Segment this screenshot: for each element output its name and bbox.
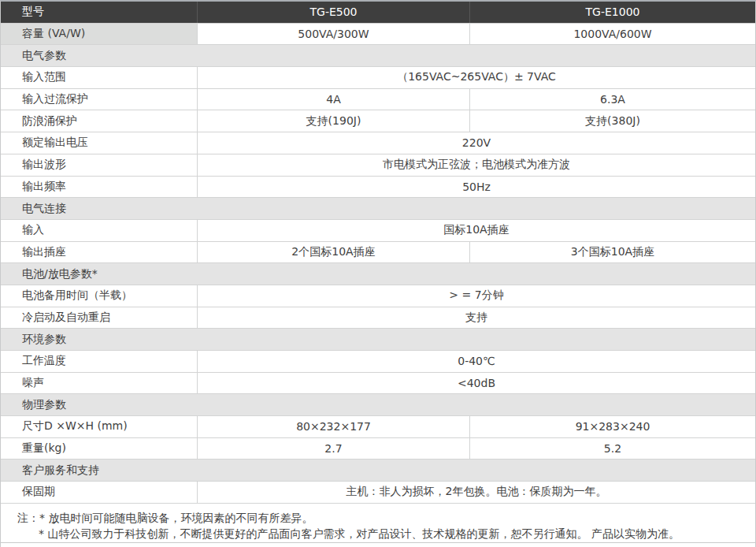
section-title: 电池/放电参数* <box>1 263 755 285</box>
footnotes: 注：* 放电时间可能随电脑设备，环境因素的不同有所差异。 * 山特公司致力于科技… <box>1 504 755 543</box>
row-section-battery-discharge: 电池/放电参数* <box>1 263 755 285</box>
row-input: 输入 国标10A插座 <box>1 220 755 242</box>
row-label: 输出波形 <box>1 154 198 176</box>
row-output-waveform: 输出波形 市电模式为正弦波；电池模式为准方波 <box>1 154 755 177</box>
row-label: 保固期 <box>1 482 198 503</box>
cell-value: 4A <box>198 89 470 110</box>
row-label: 输入范围 <box>1 67 198 88</box>
table-header-row: 型号 TG-E500 TG-E1000 <box>1 2 755 24</box>
section-title: 物理参数 <box>1 394 755 415</box>
footnote-line-2: * 山特公司致力于科技创新，不断提供更好的产品面向客户需求，对产品设计、技术规格… <box>39 526 739 541</box>
cell-value: 91×283×240 <box>470 416 755 437</box>
row-noise: 噪声 <40dB <box>1 373 755 395</box>
row-label: 输入过流保护 <box>1 89 198 110</box>
row-cold-start-auto-restart: 冷启动及自动重启 支持 <box>1 307 755 329</box>
row-dimensions: 尺寸D ×W×H (mm) 80×232×177 91×283×240 <box>1 416 755 438</box>
cell-value: 50Hz <box>198 177 755 198</box>
section-title: 电气连接 <box>1 198 755 219</box>
cell-value: 支持(380J) <box>470 110 755 132</box>
row-label: 尺寸D ×W×H (mm) <box>1 416 198 437</box>
column-header-tg-e500: TG-E500 <box>198 2 470 23</box>
cell-value: 1000VA/600W <box>470 24 755 45</box>
row-section-customer-service: 客户服务和支持 <box>1 460 755 482</box>
cell-value: 80×232×177 <box>198 416 470 437</box>
row-label: 冷启动及自动重启 <box>1 307 198 329</box>
row-label: 防浪涌保护 <box>1 110 198 132</box>
row-capacity: 容量 (VA/W) 500VA/300W 1000VA/600W <box>1 24 755 46</box>
row-label: 工作温度 <box>1 351 198 372</box>
row-rated-output-voltage: 额定输出电压 220V <box>1 132 755 154</box>
row-section-physical: 物理参数 <box>1 394 755 416</box>
row-battery-backup-time: 电池备用时间（半载） > = 7分钟 <box>1 285 755 307</box>
cell-value: 5.2 <box>470 438 755 460</box>
row-label: 额定输出电压 <box>1 132 198 154</box>
row-section-environment: 环境参数 <box>1 329 755 351</box>
cell-value: 2个国标10A插座 <box>198 242 470 263</box>
footnote-line-1: 注：* 放电时间可能随电脑设备，环境因素的不同有所差异。 <box>17 510 739 526</box>
section-title: 电气参数 <box>1 45 755 66</box>
cell-value: 500VA/300W <box>198 24 470 45</box>
cell-value: 3个国标10A插座 <box>470 242 755 263</box>
column-header-model: 型号 <box>1 2 198 23</box>
row-label: 输出插座 <box>1 242 198 263</box>
row-label: 电池备用时间（半载） <box>1 285 198 307</box>
row-section-electrical-connection: 电气连接 <box>1 198 755 220</box>
row-output-sockets: 输出插座 2个国标10A插座 3个国标10A插座 <box>1 242 755 264</box>
row-output-frequency: 输出频率 50Hz <box>1 177 755 199</box>
row-section-electrical-parameters: 电气参数 <box>1 45 755 67</box>
cell-value: 2.7 <box>198 438 470 460</box>
cell-value: <40dB <box>198 373 755 394</box>
section-title: 客户服务和支持 <box>1 460 755 481</box>
ups-spec-sheet: 型号 TG-E500 TG-E1000 容量 (VA/W) 500VA/300W… <box>0 0 756 547</box>
cell-value: 支持 <box>198 307 755 329</box>
row-warranty: 保固期 主机：非人为损坏，2年包换。电池：保质期为一年。 <box>1 482 755 504</box>
cell-value: 市电模式为正弦波；电池模式为准方波 <box>198 154 755 176</box>
cell-value: 0-40℃ <box>198 351 755 372</box>
cell-value: 6.3A <box>470 89 755 110</box>
row-label: 重量(kg) <box>1 438 198 460</box>
row-label: 输出频率 <box>1 177 198 198</box>
row-label: 噪声 <box>1 373 198 394</box>
row-label: 输入 <box>1 220 198 241</box>
cell-value: > = 7分钟 <box>198 285 755 307</box>
row-weight: 重量(kg) 2.7 5.2 <box>1 438 755 460</box>
row-operating-temperature: 工作温度 0-40℃ <box>1 351 755 373</box>
section-title: 环境参数 <box>1 329 755 350</box>
column-header-tg-e1000: TG-E1000 <box>470 2 755 23</box>
cell-value: 支持(190J) <box>198 110 470 132</box>
row-input-overcurrent-protection: 输入过流保护 4A 6.3A <box>1 89 755 111</box>
cell-value: 220V <box>198 132 755 154</box>
cell-value: 国标10A插座 <box>198 220 755 241</box>
row-label: 容量 (VA/W) <box>1 24 198 45</box>
row-input-range: 输入范围 （165VAC~265VAC）± 7VAC <box>1 67 755 89</box>
cell-value: 主机：非人为损坏，2年包换。电池：保质期为一年。 <box>198 482 755 503</box>
row-surge-protection: 防浪涌保护 支持(190J) 支持(380J) <box>1 110 755 132</box>
cell-value: （165VAC~265VAC）± 7VAC <box>198 67 755 88</box>
